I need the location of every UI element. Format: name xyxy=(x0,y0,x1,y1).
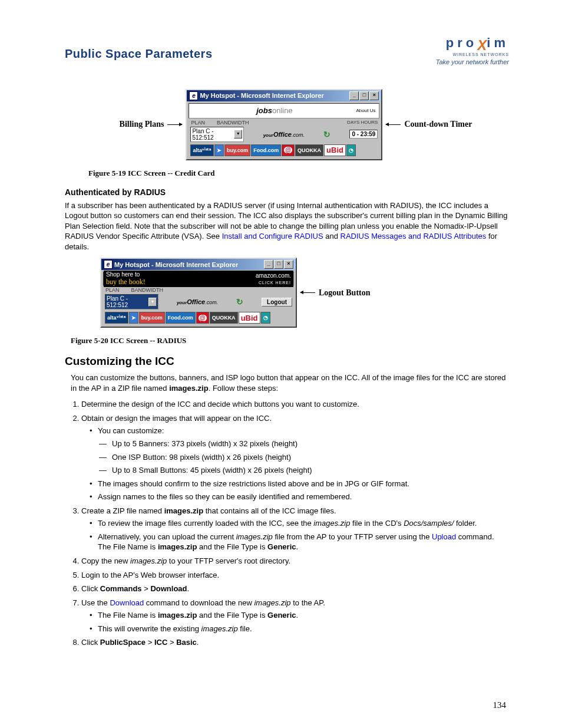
btn-teal[interactable]: ◔ xyxy=(346,144,356,156)
arrow-icon xyxy=(167,124,182,125)
btn-ubid[interactable]: uBid xyxy=(239,312,260,324)
banner-text: jobs xyxy=(256,106,272,115)
btn-ubid[interactable]: uBid xyxy=(324,144,346,156)
logout-button[interactable]: Logout xyxy=(262,298,292,307)
minimize-icon[interactable]: _ xyxy=(264,260,273,269)
banner-jobsonline[interactable]: jobsonline About Us xyxy=(189,103,379,118)
figure-caption-5-19: Figure 5-19 ICC Screen -- Credit Card xyxy=(88,169,509,178)
label-bandwidth: BANDWIDTH xyxy=(131,287,164,293)
annot-billing-plans: Billing Plans xyxy=(120,120,164,129)
step-2-customize: You can customize: Up to 5 Banners: 373 … xyxy=(98,426,509,475)
banner-amazon[interactable]: Shop here tobuy the book!amazon.com.CLIC… xyxy=(103,272,294,286)
page-title: Public Space Parameters xyxy=(65,47,213,61)
chevron-down-icon: ▼ xyxy=(148,298,157,307)
close-icon[interactable]: × xyxy=(284,260,293,269)
page-number: 134 xyxy=(493,700,507,710)
step-3-upload: Alternatively, you can upload the curren… xyxy=(98,532,509,552)
btn-blue[interactable]: ➤ xyxy=(129,312,138,324)
isp-logo-button[interactable]: yourOffice.com. xyxy=(177,298,218,305)
close-icon[interactable]: × xyxy=(369,91,379,100)
countdown-timer: 0 - 23:59 xyxy=(349,130,378,139)
step-4: Copy the new images.zip to your TFTP ser… xyxy=(81,556,509,566)
chevron-down-icon: ▼ xyxy=(234,130,242,139)
refresh-icon[interactable]: ↻ xyxy=(236,297,243,307)
figure-caption-5-20: Figure 5-20 ICC Screen -- RADIUS xyxy=(71,336,509,345)
step-7-overwrite: This will overwrite the existing images.… xyxy=(98,624,509,634)
logo-sub: WIRELESS NETWORKS xyxy=(436,52,509,57)
step-2-names: Assign names to the files so they can be… xyxy=(98,492,509,502)
ie-window-fig20: eMy Hotspot - Microsoft Internet Explore… xyxy=(100,258,297,328)
plan-dropdown[interactable]: Plan C - 512:512▼ xyxy=(190,127,244,142)
btn-at[interactable]: @ xyxy=(196,312,209,324)
btn-foodcom[interactable]: Food.com xyxy=(251,144,281,156)
banner-aboutus: About Us xyxy=(356,108,376,113)
heading-customizing-icc: Customizing the ICC xyxy=(65,355,509,368)
btn-quokka[interactable]: QUOKKA xyxy=(295,144,323,156)
logo-post: im xyxy=(487,35,509,50)
small-buttons-row: altaᵛⁱˢᵗᵃ ➤ buy.com Food.com @ QUOKKA uB… xyxy=(103,311,294,325)
btn-altavista[interactable]: altaᵛⁱˢᵗᵃ xyxy=(105,312,128,324)
step-2-format: The images should confirm to the size re… xyxy=(98,479,509,489)
refresh-icon[interactable]: ↻ xyxy=(323,130,330,139)
step-6: Click Commands > Download. xyxy=(81,584,509,594)
isp-logo-button[interactable]: yourOffice.com. xyxy=(263,131,305,138)
paragraph-auth: If a subscriber has been authenticated b… xyxy=(65,200,509,252)
step-3: Create a ZIP file named images.zip that … xyxy=(81,506,509,552)
ie-icon: e xyxy=(104,260,113,269)
label-plan: PLAN xyxy=(105,287,120,293)
ie-titlebar: eMy Hotspot - Microsoft Internet Explore… xyxy=(101,259,296,270)
arrow-icon xyxy=(386,124,401,125)
heading-auth-radius: Authenticated by RADIUS xyxy=(65,187,509,197)
banner-text2: online xyxy=(272,106,293,115)
plan-value: Plan C - 512:512 xyxy=(192,128,234,141)
spec-isp-button: One ISP Button: 98 pixels (width) x 26 p… xyxy=(112,452,509,463)
proxim-logo: proXimWIRELESS NETWORKS Take your networ… xyxy=(436,35,509,65)
btn-quokka[interactable]: QUOKKA xyxy=(210,312,238,324)
btn-buycom[interactable]: buy.com xyxy=(139,312,165,324)
btn-teal[interactable]: ◔ xyxy=(261,312,270,324)
logo-x: X xyxy=(477,37,487,53)
step-7: Use the Download command to download the… xyxy=(81,598,509,634)
steps-list: Determine the design of the ICC and deci… xyxy=(65,399,509,647)
ie-window-fig19: eMy Hotspot - Microsoft Internet Explore… xyxy=(186,89,382,160)
paragraph-customize-intro: You can customize the buttons, banners, … xyxy=(65,373,509,393)
link-radius-messages[interactable]: RADIUS Messages and RADIUS Attributes xyxy=(340,232,487,241)
maximize-icon[interactable]: □ xyxy=(359,91,369,100)
label-bandwidth: BANDWIDTH xyxy=(217,120,249,126)
link-download[interactable]: Download xyxy=(110,598,144,607)
link-install-radius[interactable]: Install and Configure RADIUS xyxy=(222,232,323,241)
spec-banners: Up to 5 Banners: 373 pixels (width) x 32… xyxy=(112,439,509,449)
link-upload[interactable]: Upload xyxy=(432,532,456,541)
spec-small-buttons: Up to 8 Small Buttons: 45 pixels (width)… xyxy=(112,465,509,476)
step-3-review: To review the image files currently load… xyxy=(98,518,509,529)
annot-countdown: Count-down Timer xyxy=(404,120,472,129)
minimize-icon[interactable]: _ xyxy=(349,91,359,100)
arrow-icon xyxy=(300,292,315,293)
ie-title-text: My Hotspot - Microsoft Internet Explorer xyxy=(114,261,238,268)
btn-at[interactable]: @ xyxy=(282,144,295,156)
logo-tagline: Take your network further xyxy=(436,58,509,65)
step-2: Obtain or design the images that will ap… xyxy=(81,413,509,502)
step-7-filename: The File Name is images.zip and the File… xyxy=(98,610,509,621)
step-5: Login to the AP's Web browser interface. xyxy=(81,570,509,581)
btn-blue[interactable]: ➤ xyxy=(214,144,224,156)
small-buttons-row: altaᵛⁱˢᵗᵃ ➤ buy.com Food.com @ QUOKKA uB… xyxy=(189,143,379,157)
ie-title-text: My Hotspot - Microsoft Internet Explorer xyxy=(200,92,323,99)
logo-pre: pro xyxy=(446,35,477,50)
plan-dropdown[interactable]: Plan C - 512:512▼ xyxy=(105,294,158,309)
btn-altavista[interactable]: altaᵛⁱˢᵗᵃ xyxy=(190,144,214,156)
plan-value: Plan C - 512:512 xyxy=(107,295,148,308)
btn-buycom[interactable]: buy.com xyxy=(224,144,250,156)
label-days-hours: DAYS HOURS xyxy=(347,120,379,126)
label-plan: PLAN xyxy=(191,120,205,126)
step-1: Determine the design of the ICC and deci… xyxy=(81,399,509,410)
annot-logout: Logout Button xyxy=(319,288,371,298)
ie-icon: e xyxy=(189,91,198,100)
ie-titlebar: eMy Hotspot - Microsoft Internet Explore… xyxy=(187,90,381,101)
btn-foodcom[interactable]: Food.com xyxy=(166,312,196,324)
maximize-icon[interactable]: □ xyxy=(274,260,283,269)
step-8: Click PublicSpace > ICC > Basic. xyxy=(81,637,509,648)
